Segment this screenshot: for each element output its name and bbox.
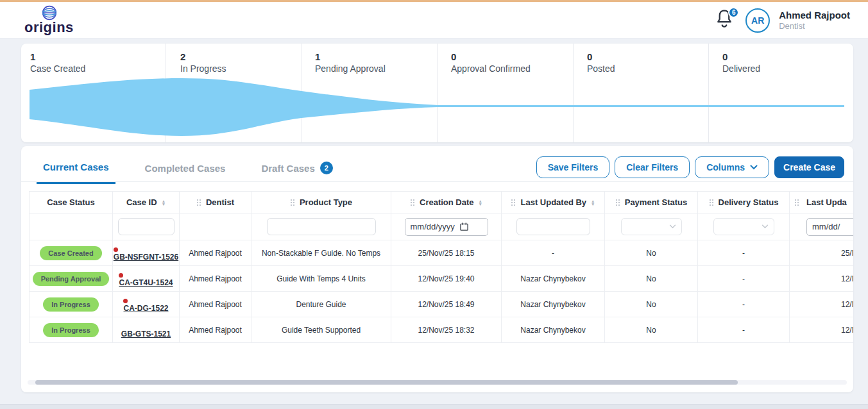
create-case-button[interactable]: Create Case <box>774 156 844 178</box>
last-updated-cell: 12/N <box>790 317 854 343</box>
stage-count: 1 <box>315 51 443 63</box>
case-funnel-card: 1 Case Created 2 In Progress 1 Pending A… <box>21 44 853 142</box>
filter-last-updated-date-input[interactable]: mm/dd/ <box>806 218 853 236</box>
status-badge: In Progress <box>43 323 99 337</box>
bottom-edge-strip <box>0 404 868 409</box>
stage-count: 0 <box>451 51 579 63</box>
columns-dropdown-button[interactable]: Columns <box>695 156 769 178</box>
col-label: Delivery Status <box>719 197 779 207</box>
last-updated-cell: 12/N <box>790 292 854 317</box>
payment-status-cell: No <box>605 292 698 317</box>
table-row[interactable]: Pending Approval CA-GT4U-1524 Ahmed Rajp… <box>30 266 854 292</box>
col-header-delivery-status: Delivery Status <box>698 192 790 213</box>
calendar-icon <box>460 222 468 231</box>
notification-count-badge: 6 <box>728 7 739 18</box>
funnel-stage-pending-approval: 1 Pending Approval <box>315 51 443 74</box>
drag-handle-icon[interactable] <box>794 199 799 206</box>
stage-label: Pending Approval <box>315 63 443 74</box>
cases-table-wrapper: Case Status Case ID ▲▼ Dentist Product T… <box>29 191 853 363</box>
user-role: Dentist <box>779 21 850 31</box>
payment-status-cell: No <box>605 317 698 343</box>
drag-handle-icon[interactable] <box>511 199 516 206</box>
sort-icon[interactable]: ▲▼ <box>162 199 166 206</box>
horizontal-scrollbar-thumb[interactable] <box>35 380 738 385</box>
delivery-status-cell: - <box>698 266 790 292</box>
case-id-link[interactable]: GB-NSFGNT-1526 <box>114 253 178 262</box>
filter-last-updated-by-input[interactable] <box>516 218 590 235</box>
logo-text: origins <box>24 21 74 34</box>
creation-date-cell: 12/Nov/25 19:40 <box>391 266 502 292</box>
tab-completed-cases[interactable]: Completed Cases <box>139 155 232 184</box>
tab-label: Draft Cases <box>261 163 314 174</box>
product-type-cell: Guide With Temps 4 Units <box>251 266 391 292</box>
last-updated-cell: 12/N <box>790 266 854 292</box>
col-header-last-updated: Last Upda <box>790 192 854 213</box>
col-header-dentist: Dentist <box>180 192 251 213</box>
drag-handle-icon[interactable] <box>290 199 295 206</box>
save-filters-button[interactable]: Save Filters <box>536 156 610 178</box>
col-label: Last Updated By <box>520 197 586 207</box>
case-id-link[interactable]: CA-GT4U-1524 <box>119 278 173 287</box>
date-placeholder: mm/dd/yyyy <box>411 222 455 231</box>
horizontal-scrollbar-track[interactable] <box>28 380 847 385</box>
col-label: Case ID <box>126 197 157 207</box>
payment-status-cell: No <box>605 266 698 292</box>
drag-handle-icon[interactable] <box>410 199 415 206</box>
drag-handle-icon[interactable] <box>709 199 714 206</box>
cases-card: Current Cases Completed Cases Draft Case… <box>21 146 853 392</box>
table-row[interactable]: In Progress CA-DG-1522 Ahmed Rajpoot Den… <box>30 292 854 317</box>
dentist-cell: Ahmed Rajpoot <box>180 266 251 292</box>
case-id-link[interactable]: GB-GTS-1521 <box>121 330 171 338</box>
chevron-down-icon <box>669 224 676 229</box>
filter-product-type-input[interactable] <box>267 218 376 235</box>
draft-count-badge: 2 <box>320 162 333 174</box>
funnel-stage-approval-confirmed: 0 Approval Confirmed <box>451 51 579 74</box>
filter-dentist <box>180 213 251 240</box>
avatar[interactable]: AR <box>745 8 770 33</box>
funnel-stage-posted: 0 Posted <box>587 51 715 74</box>
funnel-stage-delivered: 0 Delivered <box>722 51 851 74</box>
chevron-down-icon <box>750 165 758 170</box>
columns-label: Columns <box>706 162 745 172</box>
origins-logo[interactable]: origins <box>24 4 74 34</box>
table-row[interactable]: Case Created GB-NSFGNT-1526 Ahmed Rajpoo… <box>30 240 854 266</box>
tab-draft-cases[interactable]: Draft Cases 2 <box>255 155 339 184</box>
notification-bell-button[interactable]: 6 <box>715 8 736 33</box>
stage-count: 2 <box>180 51 309 63</box>
status-badge: Case Created <box>40 246 101 260</box>
tab-label: Current Cases <box>43 162 109 172</box>
dentist-cell: Ahmed Rajpoot <box>180 240 251 266</box>
product-type-cell: Non-Stackable F Guide. No Temps <box>251 240 391 266</box>
col-label: Last Upda <box>806 197 847 207</box>
clear-filters-button[interactable]: Clear Filters <box>615 156 690 178</box>
status-badge: Pending Approval <box>33 272 110 286</box>
table-row[interactable]: In Progress GB-GTS-1521 Ahmed Rajpoot Gu… <box>30 317 854 343</box>
col-label: Creation Date <box>420 197 474 207</box>
funnel-stage-in-progress: 2 In Progress <box>180 51 309 74</box>
col-header-payment-status: Payment Status <box>605 192 698 213</box>
stage-label: Posted <box>587 63 715 74</box>
user-name: Ahmed Rajpoot <box>779 10 850 21</box>
creation-date-cell: 25/Nov/25 18:15 <box>391 240 502 266</box>
unread-dot <box>114 247 118 252</box>
creation-date-cell: 12/Nov/25 18:49 <box>391 292 502 317</box>
filter-delivery-status-select[interactable] <box>713 218 774 235</box>
filter-creation-date-input[interactable]: mm/dd/yyyy <box>405 218 488 236</box>
case-id-link[interactable]: CA-DG-1522 <box>123 304 168 313</box>
date-placeholder: mm/dd/ <box>812 222 840 231</box>
tab-current-cases[interactable]: Current Cases <box>37 155 115 184</box>
col-header-creation-date: Creation Date ▲▼ <box>391 192 502 213</box>
delivery-status-cell: - <box>698 317 790 343</box>
drag-handle-icon[interactable] <box>196 199 201 206</box>
stage-label: In Progress <box>180 63 309 74</box>
filter-case-id-input[interactable] <box>118 218 174 235</box>
last-updated-cell: 25/N <box>790 240 854 266</box>
col-label: Case Status <box>47 197 94 207</box>
drag-handle-icon[interactable] <box>615 199 620 206</box>
sort-icon[interactable]: ▲▼ <box>591 199 595 206</box>
cases-table: Case Status Case ID ▲▼ Dentist Product T… <box>29 191 853 343</box>
filter-payment-status-select[interactable] <box>621 218 682 235</box>
sort-icon[interactable]: ▲▼ <box>479 199 482 206</box>
last-updated-by-cell: Nazar Chynybekov <box>502 317 605 343</box>
col-header-case-id: Case ID ▲▼ <box>113 192 180 213</box>
